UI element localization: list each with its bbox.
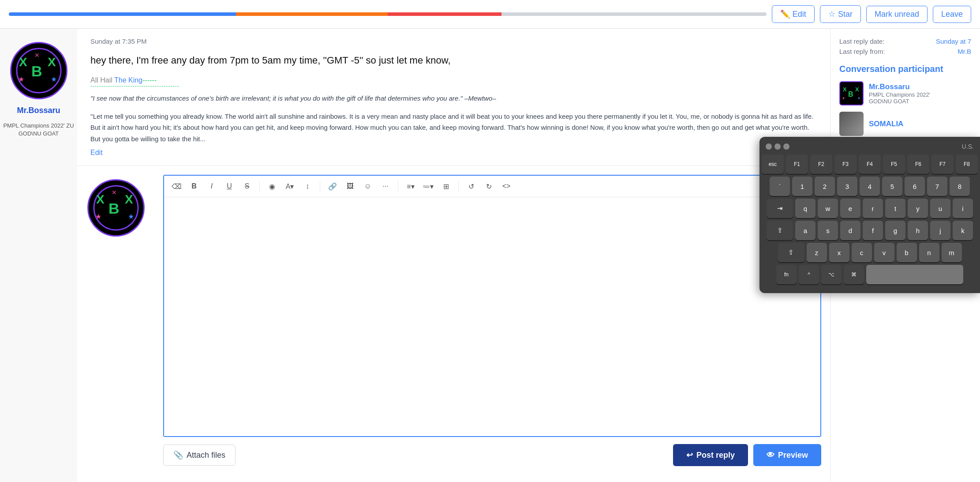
sig-prefix: All Hail bbox=[90, 76, 114, 84]
toolbar-code[interactable]: <> bbox=[499, 179, 513, 193]
key-u[interactable]: u bbox=[930, 199, 950, 218]
toolbar-bold[interactable]: B bbox=[187, 179, 201, 193]
key-f2[interactable]: F2 bbox=[810, 154, 832, 174]
progress-bar bbox=[9, 12, 767, 16]
toolbar-divider-1 bbox=[259, 181, 260, 192]
key-j[interactable]: j bbox=[930, 221, 950, 240]
key-q[interactable]: q bbox=[795, 199, 815, 218]
toolbar-align[interactable]: ≡▾ bbox=[404, 179, 418, 193]
attach-files-button[interactable]: 📎 Attach files bbox=[163, 444, 236, 466]
key-v[interactable]: v bbox=[874, 243, 894, 262]
key-f5[interactable]: F5 bbox=[883, 154, 905, 174]
toolbar-table[interactable]: ⊞ bbox=[439, 179, 453, 193]
key-tab[interactable]: ⇥ bbox=[767, 199, 793, 218]
keyboard-dots bbox=[766, 143, 789, 150]
key-4[interactable]: 4 bbox=[860, 177, 880, 196]
key-7[interactable]: 7 bbox=[927, 177, 947, 196]
reply-editor[interactable] bbox=[164, 197, 820, 436]
key-c[interactable]: c bbox=[852, 243, 872, 262]
reply-author-panel: X X B ★ ★ ✕ bbox=[77, 175, 154, 473]
toolbar-underline[interactable]: U bbox=[222, 179, 236, 193]
key-alt[interactable]: ⌥ bbox=[821, 265, 842, 284]
key-m[interactable]: m bbox=[942, 243, 962, 262]
key-t[interactable]: t bbox=[885, 199, 905, 218]
key-f4[interactable]: F4 bbox=[859, 154, 881, 174]
key-cmd[interactable]: ⌘ bbox=[844, 265, 864, 284]
key-3[interactable]: 3 bbox=[837, 177, 857, 196]
toolbar-font-size[interactable]: A▾ bbox=[283, 179, 297, 193]
svg-text:✕: ✕ bbox=[34, 52, 40, 59]
key-a[interactable]: a bbox=[795, 221, 815, 240]
toolbar-undo[interactable]: ↺ bbox=[464, 179, 478, 193]
key-6[interactable]: 6 bbox=[905, 177, 925, 196]
key-y[interactable]: y bbox=[908, 199, 928, 218]
key-b[interactable]: b bbox=[897, 243, 917, 262]
last-reply-date-label: Last reply date: bbox=[839, 38, 885, 45]
key-x[interactable]: x bbox=[829, 243, 849, 262]
key-esc[interactable]: esc bbox=[762, 154, 784, 174]
key-f8[interactable]: F8 bbox=[956, 154, 978, 174]
svg-text:★: ★ bbox=[18, 75, 24, 83]
toolbar-redo[interactable]: ↻ bbox=[482, 179, 496, 193]
toolbar-image[interactable]: 🖼 bbox=[343, 179, 357, 193]
key-5[interactable]: 5 bbox=[882, 177, 902, 196]
key-f6[interactable]: F6 bbox=[907, 154, 929, 174]
key-d[interactable]: d bbox=[840, 221, 860, 240]
key-f1[interactable]: F1 bbox=[786, 154, 808, 174]
edit-post-link[interactable]: Edit bbox=[90, 149, 103, 156]
key-n[interactable]: n bbox=[919, 243, 939, 262]
message-text-main: hey there, I'm free any day from 7pm to … bbox=[90, 53, 817, 68]
toolbar-color[interactable]: ◉ bbox=[265, 179, 279, 193]
edit-icon: ✏️ bbox=[780, 9, 790, 19]
key-i[interactable]: i bbox=[953, 199, 973, 218]
key-shift-left[interactable]: ⇧ bbox=[778, 243, 804, 262]
key-w[interactable]: w bbox=[818, 199, 838, 218]
key-g[interactable]: g bbox=[885, 221, 905, 240]
participant-row-1: X X B ★ ★ Mr.Bossaru PMPL Champions 2022… bbox=[839, 81, 971, 105]
post-reply-button[interactable]: ↩ Post reply bbox=[673, 444, 748, 466]
key-8[interactable]: 8 bbox=[950, 177, 970, 196]
star-button[interactable]: ☆ Star bbox=[820, 5, 861, 23]
preview-button[interactable]: 👁 Preview bbox=[753, 444, 821, 466]
toolbar-link[interactable]: 🔗 bbox=[325, 179, 340, 193]
preview-label: Preview bbox=[778, 451, 808, 460]
toolbar-eraser[interactable]: ⌫ bbox=[169, 179, 183, 193]
toolbar-line-height[interactable]: ↕ bbox=[300, 179, 314, 193]
toolbar-list[interactable]: ≔▾ bbox=[421, 179, 435, 193]
key-f[interactable]: f bbox=[863, 221, 883, 240]
participant-info-1: Mr.Bossaru PMPL Champions 2022' GOD\NU G… bbox=[869, 83, 971, 105]
key-1[interactable]: 1 bbox=[792, 177, 812, 196]
key-space[interactable] bbox=[866, 265, 963, 284]
svg-text:B: B bbox=[848, 90, 853, 98]
key-f7[interactable]: F7 bbox=[931, 154, 954, 174]
participant-row-2: SOMALIA bbox=[839, 112, 971, 136]
author-avatar: X X B ★ ★ ✕ bbox=[10, 42, 67, 99]
svg-text:✕: ✕ bbox=[112, 189, 117, 196]
key-r[interactable]: r bbox=[863, 199, 883, 218]
reply-actions: ↩ Post reply 👁 Preview bbox=[673, 444, 821, 466]
editor-wrapper: ⌫ B I U S ◉ A▾ ↕ 🔗 🖼 ☺ ··· bbox=[163, 175, 821, 437]
key-backtick[interactable]: ` bbox=[770, 177, 790, 196]
key-fn[interactable]: fn bbox=[776, 265, 797, 284]
toolbar-strikethrough[interactable]: S bbox=[240, 179, 254, 193]
message-motivational: ''Let me tell you something you already … bbox=[90, 111, 817, 145]
toolbar-italic[interactable]: I bbox=[205, 179, 219, 193]
message-timestamp: Sunday at 7:35 PM bbox=[90, 38, 817, 45]
key-k[interactable]: k bbox=[953, 221, 973, 240]
key-z[interactable]: z bbox=[807, 243, 827, 262]
keyboard-lang: U.S. bbox=[962, 143, 974, 150]
mark-unread-button[interactable]: Mark unread bbox=[866, 6, 928, 23]
toolbar-emoji[interactable]: ☺ bbox=[361, 179, 375, 193]
key-f3[interactable]: F3 bbox=[834, 154, 857, 174]
key-e[interactable]: e bbox=[840, 199, 860, 218]
key-ctrl[interactable]: ^ bbox=[799, 265, 819, 284]
key-caps[interactable]: ⇪ bbox=[767, 221, 793, 240]
toolbar-more[interactable]: ··· bbox=[378, 179, 393, 193]
key-s[interactable]: s bbox=[818, 221, 838, 240]
edit-button[interactable]: ✏️ Edit bbox=[772, 5, 815, 23]
leave-button[interactable]: Leave bbox=[933, 6, 971, 23]
sig-dashes: ------ bbox=[142, 76, 157, 84]
author-name: Mr.Bossaru bbox=[17, 106, 60, 115]
key-2[interactable]: 2 bbox=[815, 177, 835, 196]
key-h[interactable]: h bbox=[908, 221, 928, 240]
